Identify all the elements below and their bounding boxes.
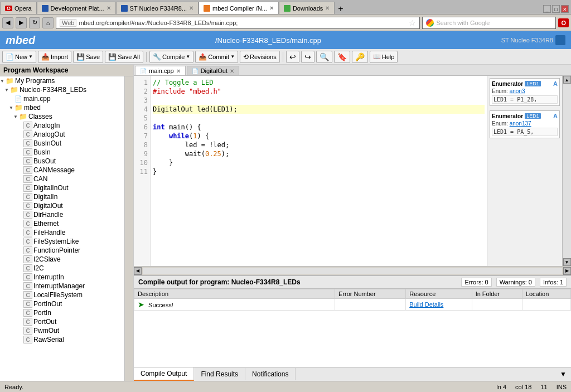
tree-item-dirhandle[interactable]: CDirHandle bbox=[0, 210, 124, 219]
save-all-button[interactable]: 💾 Save All bbox=[105, 51, 143, 63]
tree-item-analogout[interactable]: CAnalogOut bbox=[0, 130, 124, 139]
tree-label: FileHandle bbox=[33, 229, 65, 236]
enumerator-panel: Enumerator LED1 A Enum: anon3 LED1 = P1_… bbox=[487, 76, 562, 266]
tree-item-ethernet[interactable]: CEthernet bbox=[0, 219, 124, 228]
revisions-button[interactable]: ⟲ Revisions bbox=[240, 51, 280, 63]
tree-item-i2c[interactable]: CI2C bbox=[0, 264, 124, 273]
mbed-tab[interactable]: mbed Compiler /N... ✕ bbox=[199, 2, 279, 14]
tree-item-functionpointer[interactable]: CFunctionPointer bbox=[0, 246, 124, 255]
tab-digitalout-close[interactable]: ✕ bbox=[230, 68, 234, 74]
enum2-user-link[interactable]: anon137 bbox=[510, 120, 531, 127]
tree-item-i2cslave[interactable]: CI2CSlave bbox=[0, 255, 124, 264]
redo-button[interactable]: ↪ bbox=[301, 51, 314, 63]
back-button[interactable]: ◀ bbox=[2, 17, 13, 28]
search-bar[interactable]: Search with Google bbox=[422, 17, 556, 29]
tree-label: PortInOut bbox=[33, 300, 62, 308]
extra-button[interactable]: 🔖 bbox=[334, 51, 350, 63]
col-resource: Resource bbox=[406, 289, 472, 299]
compile-button[interactable]: 🔧 Compile ▼ bbox=[149, 51, 193, 63]
tree-item-pwmout[interactable]: CPwmOut bbox=[0, 326, 124, 335]
tree-item-digitalout[interactable]: CDigitalOut bbox=[0, 201, 124, 210]
tree-item-filehandle[interactable]: CFileHandle bbox=[0, 228, 124, 237]
code-line-1: // Toggle a LED bbox=[153, 78, 485, 87]
tree-item-nucleof334r8leds[interactable]: ▼📁Nucleo-F334R8_LEDs bbox=[0, 85, 124, 94]
panel-expand-arrow[interactable]: ▼ bbox=[555, 368, 571, 380]
tab-find-results[interactable]: Find Results bbox=[194, 368, 245, 380]
code-editor[interactable]: // Toggle a LED#include "mbed.h" Digital… bbox=[151, 76, 487, 266]
compile-header: Compile output for program: Nucleo-F334R… bbox=[134, 276, 571, 289]
editor-scrollbar-v[interactable]: ▲ ▼ bbox=[562, 76, 571, 266]
find-button[interactable]: 🔍 bbox=[316, 51, 332, 63]
devplat-tab[interactable]: Development Plat... ✕ bbox=[37, 2, 116, 14]
build-details-link[interactable]: Build Details bbox=[409, 301, 443, 308]
mbed-header: mbed /Nucleo-F334R8_LEDs/main.cpp ST Nuc… bbox=[0, 31, 571, 49]
tree-item-digitalin[interactable]: CDigitalIn bbox=[0, 192, 124, 201]
forward-button[interactable]: ▶ bbox=[16, 17, 27, 28]
code-line-8: led = !led; bbox=[153, 141, 485, 149]
tree-item-portout[interactable]: CPortOut bbox=[0, 317, 124, 326]
tree-item-classes[interactable]: ▼📁Classes bbox=[0, 112, 124, 121]
tree-item-portin[interactable]: CPortIn bbox=[0, 308, 124, 317]
tree-item-busout[interactable]: CBusOut bbox=[0, 157, 124, 166]
sidebar-scrollbar[interactable] bbox=[124, 76, 133, 381]
tree-item-analogin[interactable]: CAnalogIn bbox=[0, 121, 124, 130]
mbed-close[interactable]: ✕ bbox=[269, 5, 274, 11]
tree-item-digitalinout[interactable]: CDigitalInOut bbox=[0, 183, 124, 192]
tree-label: PortOut bbox=[33, 318, 56, 326]
commit-button[interactable]: 📤 Commit ▼ bbox=[195, 51, 238, 63]
editor-scroll-h[interactable]: ◀ ▶ bbox=[134, 266, 571, 275]
downloads-close[interactable]: ✕ bbox=[325, 5, 330, 11]
enum2-badge: LED1 bbox=[525, 113, 541, 119]
help-button[interactable]: 📖 Help bbox=[370, 51, 398, 63]
undo-button[interactable]: ↩ bbox=[286, 51, 299, 63]
tree-item-rawserial[interactable]: CRawSerial bbox=[0, 335, 124, 344]
tree-item-maincpp[interactable]: 📄main.cpp bbox=[0, 94, 124, 103]
code-line-7: while(1) { bbox=[153, 132, 485, 141]
tab-maincpp-close[interactable]: ✕ bbox=[176, 68, 181, 74]
url-bar[interactable]: Web mbed.org/compiler/#nav:/Nucleo-F334R… bbox=[56, 17, 420, 29]
downloads-tab[interactable]: Downloads ✕ bbox=[279, 2, 335, 14]
status-bar: Ready. ln 4 col 18 11 INS bbox=[0, 381, 571, 392]
tree-item-canmessage[interactable]: CCANMessage bbox=[0, 166, 124, 175]
tree-item-portinout[interactable]: CPortInOut bbox=[0, 299, 124, 308]
tab-notifications[interactable]: Notifications bbox=[245, 368, 296, 380]
tree-item-filesystemlike[interactable]: CFileSystemLike bbox=[0, 237, 124, 246]
tree-item-myprograms[interactable]: ▼📁My Programs bbox=[0, 76, 124, 85]
tree-label: InterruptManager bbox=[33, 282, 85, 290]
tree-item-mbed[interactable]: ▼📁mbed bbox=[0, 103, 124, 112]
new-tab-button[interactable]: + bbox=[335, 4, 346, 14]
enum1-user-link[interactable]: anon3 bbox=[510, 88, 525, 94]
status-ready: Ready. bbox=[4, 384, 23, 390]
tree-item-can[interactable]: CCAN bbox=[0, 175, 124, 183]
opera-badge: O bbox=[558, 18, 569, 27]
url-web-label: Web bbox=[60, 19, 76, 27]
stnucleo-tab[interactable]: ST Nucleo F334R8... ✕ bbox=[116, 2, 199, 14]
save-all-icon: 💾 bbox=[108, 53, 117, 61]
settings-button[interactable]: 🔑 bbox=[352, 51, 368, 63]
enum2-value: LED1 = PA_5, bbox=[492, 128, 558, 136]
stnucleo-close[interactable]: ✕ bbox=[189, 5, 193, 11]
tab-compile-output[interactable]: Compile Output bbox=[134, 367, 194, 381]
col-error-number: Error Number bbox=[335, 289, 406, 299]
tree-item-interruptmanager[interactable]: CInterruptManager bbox=[0, 282, 124, 291]
tree-label: CANMessage bbox=[33, 166, 75, 174]
devplat-tab-label: Development Plat... bbox=[51, 5, 104, 12]
tree-item-businout[interactable]: CBusInOut bbox=[0, 139, 124, 148]
reload-button[interactable]: ↻ bbox=[29, 17, 40, 28]
home-button[interactable]: ⌂ bbox=[42, 17, 54, 28]
tab-digitalout[interactable]: 📄 DigitalOut ✕ bbox=[187, 66, 239, 75]
bookmark-star[interactable]: ☆ bbox=[409, 18, 416, 27]
errors-stat: Errors: 0 bbox=[461, 278, 491, 287]
sidebar-tree: ▼📁My Programs▼📁Nucleo-F334R8_LEDs📄main.c… bbox=[0, 76, 124, 381]
import-button[interactable]: 📥 Import bbox=[38, 51, 71, 63]
tree-item-localfilesystem[interactable]: CLocalFileSystem bbox=[0, 291, 124, 299]
devplat-close[interactable]: ✕ bbox=[107, 5, 111, 11]
opera-tab[interactable]: O Opera bbox=[0, 2, 37, 14]
tree-item-busin[interactable]: CBusIn bbox=[0, 148, 124, 157]
save-button[interactable]: 💾 Save bbox=[73, 51, 103, 63]
enum2-label: Enum: bbox=[492, 120, 508, 127]
new-button[interactable]: 📄 New ▼ bbox=[2, 51, 36, 63]
tree-item-interruptin[interactable]: CInterruptIn bbox=[0, 273, 124, 282]
tab-maincpp[interactable]: 📄 main.cpp ✕ bbox=[135, 66, 186, 75]
status-num: 11 bbox=[540, 384, 547, 390]
